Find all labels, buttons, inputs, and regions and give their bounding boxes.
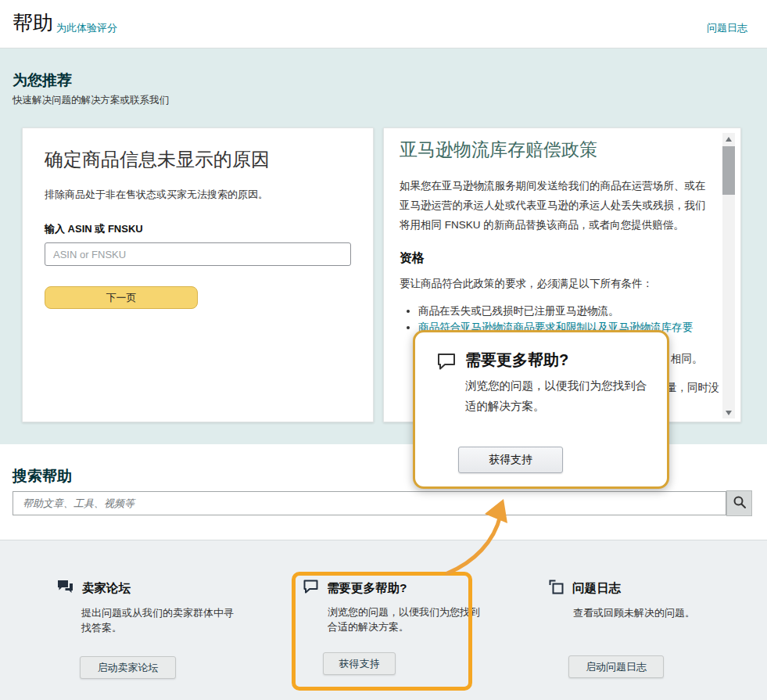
seller-forums-block: 卖家论坛 提出问题或从我们的卖家群体中寻找答案。 xyxy=(57,580,245,635)
scroll-up-arrow-icon[interactable] xyxy=(722,133,735,145)
help-search-input[interactable] xyxy=(13,491,726,515)
more-help-description: 浏览您的问题，以便我们为您找到合适的解决方案。 xyxy=(328,605,484,634)
search-icon xyxy=(733,500,747,512)
speech-bubble-icon xyxy=(437,353,456,373)
footer-links-section: 卖家论坛 提出问题或从我们的卖家群体中寻找答案。 需要更多帮助? 浏览您的问题，… xyxy=(0,540,767,700)
eligibility-item: 商品在丢失或已残损时已注册亚马逊物流。 xyxy=(418,303,723,319)
search-help-heading: 搜索帮助 xyxy=(13,466,72,486)
eligibility-intro: 要让商品符合此政策的要求，必须满足以下所有条件： xyxy=(400,276,704,292)
case-log-block: 问题日志 查看或回顾未解决的问题。 xyxy=(549,580,737,620)
listing-issue-card: 确定商品信息未显示的原因 排除商品处于非在售状态或买家无法搜索的原因。 输入 A… xyxy=(22,127,374,422)
need-more-help-popup: 需要更多帮助? 浏览您的问题，以便我们为您找到合适的解决方案。 获得支持 xyxy=(413,330,669,489)
popup-body-text: 浏览您的问题，以便我们为您找到合适的解决方案。 xyxy=(465,375,653,416)
speech-bubble-icon xyxy=(303,580,318,597)
get-support-footer-button[interactable]: 获得支持 xyxy=(323,652,396,675)
listing-card-title: 确定商品信息未显示的原因 xyxy=(45,147,351,172)
listing-card-description: 排除商品处于非在售状态或买家无法搜索的原因。 xyxy=(45,188,351,202)
next-page-button[interactable]: 下一页 xyxy=(45,286,198,309)
seller-forums-description: 提出问题或从我们的卖家群体中寻找答案。 xyxy=(81,605,238,635)
obscured-text-fragment: 量，同时没 xyxy=(666,381,719,395)
scrollbar-thumb[interactable] xyxy=(722,146,735,195)
copy-pages-icon xyxy=(549,580,564,598)
launch-case-log-button[interactable]: 启动问题日志 xyxy=(568,655,664,678)
recommended-heading: 为您推荐 xyxy=(13,70,72,91)
eligibility-heading: 资格 xyxy=(400,250,704,267)
case-log-title: 问题日志 xyxy=(572,580,621,597)
case-log-description: 查看或回顾未解决的问题。 xyxy=(573,605,729,620)
more-help-title: 需要更多帮助? xyxy=(327,580,407,597)
more-help-block: 需要更多帮助? 浏览您的问题，以便我们为您找到合适的解决方案。 xyxy=(303,580,464,634)
popup-title: 需要更多帮助? xyxy=(465,350,568,371)
card-scrollbar[interactable] xyxy=(722,133,735,418)
get-support-button[interactable]: 获得支持 xyxy=(458,447,563,473)
case-log-link[interactable]: 问题日志 xyxy=(707,21,747,35)
seller-forums-title: 卖家论坛 xyxy=(82,580,131,597)
obscured-text-fragment: 相同。 xyxy=(671,352,703,366)
speech-bubbles-icon xyxy=(57,580,73,598)
launch-seller-forums-button[interactable]: 启动卖家论坛 xyxy=(80,656,176,679)
recommended-subheading: 快速解决问题的解决方案或联系我们 xyxy=(13,94,169,107)
policy-intro-text: 如果您在亚马逊物流服务期间发送给我们的商品在运营场所、或在亚马逊运营的承运人处或… xyxy=(400,176,715,235)
asin-input[interactable] xyxy=(45,242,351,266)
help-page: 帮助 为此体验评分 问题日志 为您推荐 快速解决问题的解决方案或联系我们 确定商… xyxy=(0,0,767,700)
scroll-down-arrow-icon[interactable] xyxy=(722,407,735,418)
asin-input-label: 输入 ASIN 或 FNSKU xyxy=(45,222,351,236)
page-title: 帮助 xyxy=(13,9,53,37)
policy-card-title: 亚马逊物流库存赔偿政策 xyxy=(400,138,704,162)
search-button[interactable] xyxy=(726,490,752,516)
rate-experience-link[interactable]: 为此体验评分 xyxy=(56,21,117,35)
page-header: 帮助 为此体验评分 问题日志 xyxy=(0,0,767,48)
